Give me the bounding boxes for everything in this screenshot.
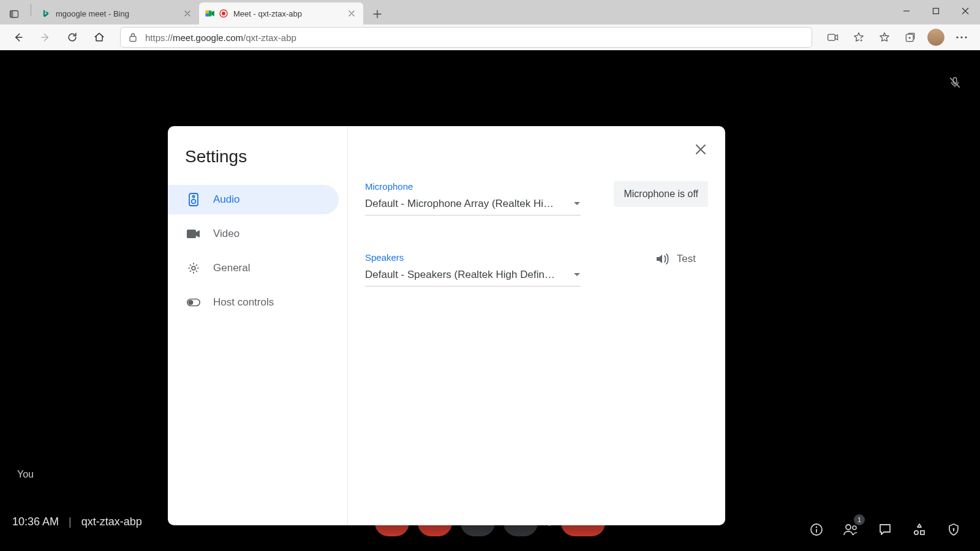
svg-rect-25: [187, 230, 196, 238]
forward-button[interactable]: [33, 25, 58, 50]
maximize-button[interactable]: [921, 0, 951, 22]
separator: |: [69, 515, 72, 528]
collections-button[interactable]: [898, 25, 922, 50]
url-path: /qxt-ztax-abp: [243, 32, 296, 43]
svg-rect-8: [130, 37, 136, 42]
svg-point-28: [189, 301, 192, 304]
close-window-button[interactable]: [951, 0, 980, 22]
nav-item-video[interactable]: Video: [168, 219, 339, 249]
nav-label: Video: [213, 228, 239, 240]
more-menu-button[interactable]: [949, 25, 974, 50]
browser-chrome: mgoogle meet - Bing Meet - qxt-ztax-abp: [0, 0, 980, 50]
microphone-section: Microphone Default - Microphone Array (R…: [365, 181, 708, 216]
close-tab-button[interactable]: [346, 8, 357, 19]
tab-bing[interactable]: mgoogle meet - Bing: [35, 2, 199, 24]
back-button[interactable]: [6, 25, 31, 50]
refresh-button[interactable]: [60, 25, 85, 50]
nav-label: Audio: [213, 193, 239, 206]
toggle-icon: [186, 295, 201, 310]
svg-point-24: [192, 200, 196, 204]
close-tab-button[interactable]: [182, 8, 193, 19]
svg-rect-4: [206, 13, 209, 17]
nav-item-audio[interactable]: Audio: [168, 185, 339, 214]
url-host: meet.google.com: [173, 32, 243, 43]
info-icons: 1: [809, 522, 962, 538]
svg-point-6: [222, 12, 225, 15]
tab-strip: mgoogle meet - Bing Meet - qxt-ztax-abp: [0, 0, 980, 24]
tab-manager-button[interactable]: [4, 4, 24, 24]
svg-rect-20: [921, 531, 924, 534]
svg-point-17: [846, 525, 851, 530]
divider: [31, 4, 31, 16]
people-button[interactable]: 1: [843, 522, 859, 538]
svg-point-14: [965, 36, 967, 38]
speakers-value: Default - Speakers (Realtek High Definit…: [365, 269, 555, 281]
meeting-details-button[interactable]: [809, 522, 824, 538]
host-controls-button[interactable]: [946, 522, 962, 538]
address-bar[interactable]: https://meet.google.com/qxt-ztax-abp: [120, 27, 812, 48]
svg-point-13: [960, 36, 962, 38]
settings-nav: Audio Video General: [168, 185, 347, 317]
favorites-button[interactable]: [872, 25, 897, 50]
home-button[interactable]: [87, 25, 111, 50]
tab-meet[interactable]: Meet - qxt-ztax-abp: [199, 2, 363, 24]
nav-item-general[interactable]: General: [168, 253, 339, 283]
time-and-room: 10:36 AM | qxt-ztax-abp: [12, 515, 142, 528]
settings-sidebar: Settings Audio Video: [168, 126, 348, 525]
mic-muted-indicator-icon: [948, 76, 962, 89]
svg-rect-1: [10, 11, 13, 18]
new-tab-button[interactable]: [367, 4, 388, 24]
microphone-dropdown[interactable]: Default - Microphone Array (Realtek High…: [365, 198, 581, 216]
favorite-star-icon[interactable]: [846, 25, 871, 50]
chevron-down-icon: [573, 272, 581, 277]
settings-dialog: Settings Audio Video: [168, 126, 725, 525]
window-controls: [892, 0, 980, 22]
site-info-lock-icon[interactable]: [127, 32, 139, 42]
volume-icon: [655, 252, 669, 266]
microphone-label: Microphone: [365, 181, 581, 192]
chat-button[interactable]: [877, 522, 893, 538]
toolbar-right-icons: [821, 25, 974, 50]
svg-point-12: [956, 36, 958, 38]
recording-indicator-icon: [219, 9, 228, 18]
svg-point-19: [914, 531, 918, 534]
clock: 10:36 AM: [12, 515, 59, 528]
svg-point-23: [192, 195, 194, 197]
profile-avatar[interactable]: [924, 25, 948, 50]
settings-title: Settings: [168, 142, 347, 185]
test-speakers-button[interactable]: Test: [655, 252, 708, 266]
nav-label: Host controls: [213, 296, 274, 309]
self-view-label: You: [17, 469, 34, 480]
toolbar: https://meet.google.com/qxt-ztax-abp: [0, 24, 980, 50]
microphone-value: Default - Microphone Array (Realtek High…: [365, 198, 555, 210]
svg-point-18: [853, 526, 856, 530]
activities-button[interactable]: [911, 522, 927, 538]
bing-favicon-icon: [41, 9, 51, 18]
tab-title: Meet - qxt-ztax-abp: [233, 9, 341, 18]
tab-title: mgoogle meet - Bing: [56, 9, 177, 18]
url-scheme: https://: [145, 32, 173, 43]
minimize-button[interactable]: [892, 0, 921, 22]
microphone-status-chip: Microphone is off: [614, 181, 708, 207]
svg-rect-7: [933, 9, 939, 14]
videocam-icon: [186, 227, 201, 241]
people-count-badge: 1: [854, 514, 865, 525]
gear-icon: [186, 261, 201, 276]
test-label: Test: [677, 253, 696, 265]
speakers-section: Speakers Default - Speakers (Realtek Hig…: [365, 252, 708, 287]
room-code: qxt-ztax-abp: [81, 515, 142, 528]
camera-indicator-icon[interactable]: [821, 25, 845, 50]
nav-item-host-controls[interactable]: Host controls: [168, 288, 339, 317]
speakers-label: Speakers: [365, 252, 581, 263]
speakers-dropdown[interactable]: Default - Speakers (Realtek High Definit…: [365, 269, 581, 287]
close-dialog-button[interactable]: [688, 137, 713, 162]
svg-point-26: [192, 266, 195, 270]
nav-label: General: [213, 262, 250, 274]
settings-content: Microphone Default - Microphone Array (R…: [348, 126, 725, 525]
svg-rect-3: [206, 10, 209, 13]
speaker-icon: [186, 192, 201, 207]
svg-point-16: [816, 527, 818, 528]
meet-favicon-icon: [205, 9, 215, 18]
meet-page: You 10:36 AM | qxt-ztax-abp 1: [0, 50, 980, 551]
svg-rect-9: [828, 34, 835, 40]
